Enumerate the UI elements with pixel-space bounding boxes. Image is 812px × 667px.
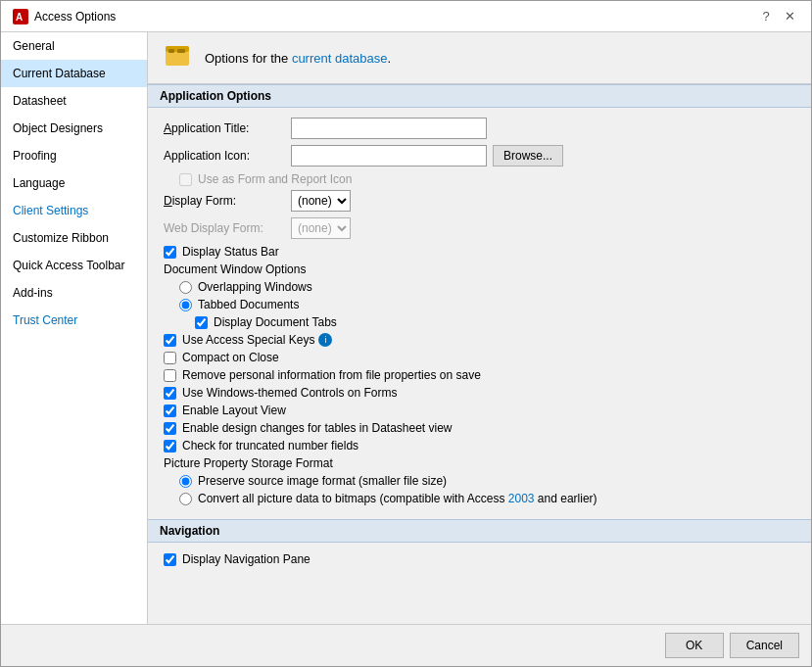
sidebar-item-customize-ribbon[interactable]: Customize Ribbon xyxy=(1,224,147,252)
svg-rect-5 xyxy=(177,49,185,53)
sidebar-item-quick-access-toolbar[interactable]: Quick Access Toolbar xyxy=(1,252,147,279)
app-title-row: Application Title: xyxy=(164,118,795,139)
sidebar-item-language[interactable]: Language xyxy=(1,169,147,197)
tabbed-documents-row: Tabbed Documents xyxy=(179,298,795,311)
display-form-select[interactable]: (none) xyxy=(291,190,351,212)
overlapping-windows-radio[interactable] xyxy=(179,281,192,294)
check-truncated-row: Check for truncated number fields xyxy=(164,439,795,453)
remove-personal-info-checkbox[interactable] xyxy=(164,369,176,382)
dialog-title: Access Options xyxy=(34,10,116,24)
sidebar-item-general[interactable]: General xyxy=(1,32,147,60)
sidebar-item-object-designers[interactable]: Object Designers xyxy=(1,115,147,142)
application-options-content: Application Title: Application Icon: Bro… xyxy=(148,108,811,519)
display-form-label: Display Form: xyxy=(164,194,291,208)
display-status-bar-checkbox[interactable] xyxy=(164,246,176,259)
app-title-label: Application Title: xyxy=(164,121,291,135)
web-display-form-select[interactable]: (none) xyxy=(291,217,351,239)
app-icon-input[interactable] xyxy=(291,145,487,167)
navigation-section-header: Navigation xyxy=(148,519,811,543)
display-nav-pane-row: Display Navigation Pane xyxy=(164,552,795,566)
sidebar: General Current Database Datasheet Objec… xyxy=(1,32,148,624)
display-form-row: Display Form: (none) xyxy=(164,190,795,212)
use-windows-themed-row: Use Windows-themed Controls on Forms xyxy=(164,386,795,400)
sidebar-item-datasheet[interactable]: Datasheet xyxy=(1,87,147,115)
cancel-button[interactable]: Cancel xyxy=(730,633,799,658)
use-windows-themed-checkbox[interactable] xyxy=(164,387,176,400)
scrollable-content[interactable]: Application Options Application Title: A… xyxy=(148,84,811,624)
display-doc-tabs-row: Display Document Tabs xyxy=(195,315,795,329)
title-bar-buttons: ? ✕ xyxy=(756,7,799,26)
content-area: General Current Database Datasheet Objec… xyxy=(1,32,811,624)
app-title-input[interactable] xyxy=(291,118,487,139)
picture-property-label: Picture Property Storage Format xyxy=(164,456,795,470)
application-options-header: Application Options xyxy=(148,84,811,108)
convert-picture-radio[interactable] xyxy=(179,493,192,505)
overlapping-windows-row: Overlapping Windows xyxy=(179,280,795,294)
svg-rect-4 xyxy=(168,49,174,53)
header-highlight: current database xyxy=(292,51,388,66)
display-status-bar-row: Display Status Bar xyxy=(164,245,795,259)
convert-picture-row: Convert all picture data to bitmaps (com… xyxy=(179,492,795,505)
display-doc-tabs-checkbox[interactable] xyxy=(195,316,208,329)
header-text: Options for the current database. xyxy=(205,51,391,66)
sidebar-item-proofing[interactable]: Proofing xyxy=(1,142,147,169)
remove-personal-info-row: Remove personal information from file pr… xyxy=(164,368,795,382)
close-button[interactable]: ✕ xyxy=(780,7,799,26)
sidebar-item-trust-center[interactable]: Trust Center xyxy=(1,307,147,334)
use-access-special-keys-checkbox[interactable] xyxy=(164,334,176,347)
navigation-options-content: Display Navigation Pane xyxy=(148,543,811,580)
sidebar-item-client-settings[interactable]: Client Settings xyxy=(1,197,147,224)
enable-layout-view-checkbox[interactable] xyxy=(164,405,176,417)
enable-design-changes-row: Enable design changes for tables in Data… xyxy=(164,421,795,435)
info-icon[interactable]: i xyxy=(318,333,332,347)
use-as-form-row: Use as Form and Report Icon xyxy=(179,172,795,186)
help-button[interactable]: ? xyxy=(756,7,776,26)
preserve-source-radio[interactable] xyxy=(179,475,192,488)
app-icon-label: Application Icon: xyxy=(164,149,291,163)
web-display-form-label: Web Display Form: xyxy=(164,221,291,235)
use-access-special-keys-row: Use Access Special Keys i xyxy=(164,333,795,347)
compact-on-close-checkbox[interactable] xyxy=(164,352,176,364)
sidebar-item-add-ins[interactable]: Add-ins xyxy=(1,279,147,307)
title-bar: A Access Options ? ✕ xyxy=(1,1,811,32)
access-app-icon: A xyxy=(13,9,28,24)
tabbed-documents-radio[interactable] xyxy=(179,299,192,311)
database-icon xyxy=(164,42,195,73)
main-panel: Options for the current database. Applic… xyxy=(148,32,811,624)
title-bar-left: A Access Options xyxy=(13,9,116,24)
check-truncated-checkbox[interactable] xyxy=(164,440,176,453)
compact-on-close-row: Compact on Close xyxy=(164,351,795,364)
enable-design-changes-checkbox[interactable] xyxy=(164,422,176,435)
preserve-source-row: Preserve source image format (smaller fi… xyxy=(179,474,795,488)
enable-layout-view-row: Enable Layout View xyxy=(164,404,795,417)
document-window-options-label: Document Window Options xyxy=(164,262,795,276)
browse-button[interactable]: Browse... xyxy=(493,145,563,167)
sidebar-item-current-database[interactable]: Current Database xyxy=(1,60,147,87)
use-as-form-checkbox[interactable] xyxy=(179,173,192,186)
web-display-form-row: Web Display Form: (none) xyxy=(164,217,795,239)
footer: OK Cancel xyxy=(1,624,811,666)
app-icon-row: Application Icon: Browse... xyxy=(164,145,795,167)
svg-text:A: A xyxy=(16,12,23,23)
access-options-dialog: A Access Options ? ✕ General Current Dat… xyxy=(0,0,812,667)
ok-button[interactable]: OK xyxy=(665,633,724,658)
display-nav-pane-checkbox[interactable] xyxy=(164,553,176,566)
header-section: Options for the current database. xyxy=(148,32,811,84)
